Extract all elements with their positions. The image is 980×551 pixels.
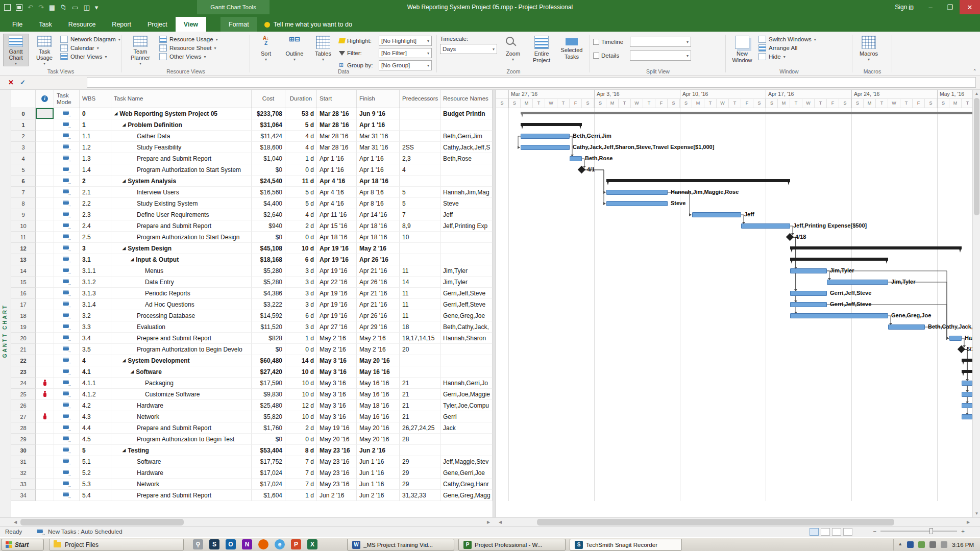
- indicator-cell[interactable]: [36, 434, 54, 445]
- milestone-marker[interactable]: [786, 233, 794, 241]
- vertical-scroll-thumb[interactable]: [974, 98, 979, 215]
- wbs-cell[interactable]: 4.1.1: [80, 378, 111, 389]
- task-mode-cell[interactable]: [54, 243, 80, 254]
- predecessors-cell[interactable]: 21: [400, 378, 440, 389]
- task-mode-cell[interactable]: [54, 422, 80, 434]
- indicator-cell[interactable]: [36, 333, 54, 344]
- zoom-button[interactable]: Zoom▾: [500, 34, 526, 66]
- selected-tasks-button[interactable]: Selected Tasks: [557, 34, 586, 66]
- gantt-hscrollbar[interactable]: ◀ ▶: [496, 518, 972, 527]
- row-number[interactable]: 17: [11, 299, 36, 310]
- volume-icon[interactable]: [941, 541, 947, 548]
- finish-cell[interactable]: Apr 18 '16: [357, 220, 400, 232]
- row-number[interactable]: 32: [11, 467, 36, 479]
- resource-names-cell[interactable]: [440, 164, 493, 176]
- row-number[interactable]: 3: [11, 142, 36, 153]
- gantt-bar[interactable]: [570, 156, 582, 161]
- duration-cell[interactable]: 3 d: [285, 321, 317, 333]
- resource-names-cell[interactable]: [440, 366, 493, 378]
- row-number[interactable]: 1: [11, 119, 36, 131]
- indicator-cell[interactable]: [36, 445, 54, 456]
- row-number[interactable]: 28: [11, 422, 36, 434]
- start-button[interactable]: Start: [1, 539, 44, 550]
- duration-cell[interactable]: 0 d: [285, 164, 317, 176]
- row-number[interactable]: 4: [11, 153, 36, 164]
- powerpoint-icon[interactable]: P: [291, 539, 301, 549]
- predecessors-cell[interactable]: 14: [400, 277, 440, 288]
- other-views-button[interactable]: Other Views▾: [60, 53, 120, 60]
- overallocated-icon[interactable]: [42, 391, 47, 397]
- column-header[interactable]: Cost: [252, 90, 285, 108]
- predecessors-cell[interactable]: 11: [400, 310, 440, 321]
- cost-cell[interactable]: $16,560: [252, 187, 285, 198]
- collapse-triangle-icon[interactable]: ◢: [122, 122, 126, 127]
- wbs-cell[interactable]: 3.1.2: [80, 277, 111, 288]
- duration-cell[interactable]: 5 d: [285, 119, 317, 131]
- cost-cell[interactable]: $17,024: [252, 479, 285, 490]
- task-name-cell[interactable]: ◢Input & Output: [111, 254, 252, 265]
- task-name-cell[interactable]: Prepare and Submit Report: [111, 422, 252, 434]
- wbs-cell[interactable]: 4.1.2: [80, 389, 111, 400]
- finish-cell[interactable]: May 18 '16: [357, 400, 400, 411]
- wbs-cell[interactable]: 5.3: [80, 479, 111, 490]
- task-mode-cell[interactable]: [54, 344, 80, 355]
- task-mode-cell[interactable]: [54, 445, 80, 456]
- resource-sheet-view-shortcut[interactable]: [843, 528, 852, 536]
- indicator-cell[interactable]: [36, 310, 54, 321]
- row-number[interactable]: 22: [11, 355, 36, 366]
- snagit-icon[interactable]: S: [209, 539, 219, 549]
- duration-cell[interactable]: 0 d: [285, 344, 317, 355]
- duration-cell[interactable]: 10 d: [285, 366, 317, 378]
- summary-bar[interactable]: [521, 123, 582, 126]
- wbs-cell[interactable]: 4.5: [80, 434, 111, 445]
- gantt-view-shortcut[interactable]: [810, 528, 819, 536]
- duration-cell[interactable]: 4 d: [285, 209, 317, 220]
- row-number[interactable]: 19: [11, 321, 36, 333]
- task-name-cell[interactable]: Program Authorization to Begin Develo: [111, 344, 252, 355]
- gantt-bar[interactable]: [962, 414, 972, 419]
- resource-names-cell[interactable]: Beth,Cathy,Jack,: [440, 321, 493, 333]
- task-mode-cell[interactable]: [54, 153, 80, 164]
- resource-names-cell[interactable]: Jeff,Maggie,Stev: [440, 456, 493, 467]
- task-mode-cell[interactable]: [54, 467, 80, 479]
- minimize-button[interactable]: –: [921, 0, 940, 14]
- scroll-left-icon[interactable]: ◀: [496, 518, 504, 527]
- wbs-cell[interactable]: 4.4: [80, 422, 111, 434]
- gantt-bar[interactable]: [692, 212, 741, 217]
- resource-names-cell[interactable]: Jack: [440, 422, 493, 434]
- predecessors-cell[interactable]: [400, 243, 440, 254]
- sort-button[interactable]: A↓Z Sort▾: [253, 34, 279, 66]
- wbs-cell[interactable]: 3.5: [80, 344, 111, 355]
- column-header[interactable]: Finish: [357, 90, 400, 108]
- task-name-cell[interactable]: Define User Requirements: [111, 209, 252, 220]
- task-mode-cell[interactable]: [54, 164, 80, 176]
- resource-names-cell[interactable]: Gerri,Jeff,Steve: [440, 299, 493, 310]
- indicator-cell[interactable]: [36, 142, 54, 153]
- task-name-cell[interactable]: Software: [111, 456, 252, 467]
- indicator-cell[interactable]: [36, 467, 54, 479]
- task-mode-cell[interactable]: [54, 310, 80, 321]
- tables-button[interactable]: Tables▾: [310, 34, 336, 66]
- finish-cell[interactable]: Apr 18 '16: [357, 232, 400, 243]
- indicator-cell[interactable]: [36, 209, 54, 220]
- excel-icon[interactable]: X: [307, 539, 317, 549]
- duration-cell[interactable]: 2 d: [285, 422, 317, 434]
- finish-cell[interactable]: Apr 18 '16: [357, 176, 400, 187]
- column-header[interactable]: WBS: [80, 90, 111, 108]
- cost-cell[interactable]: $940: [252, 220, 285, 232]
- task-name-cell[interactable]: Network: [111, 411, 252, 422]
- cost-cell[interactable]: $11,424: [252, 131, 285, 142]
- restore-button[interactable]: ❐: [940, 0, 960, 14]
- duration-cell[interactable]: 10 d: [285, 411, 317, 422]
- wbs-cell[interactable]: 5.4: [80, 490, 111, 501]
- tab-resource[interactable]: Resource: [60, 17, 104, 32]
- tab-task[interactable]: Task: [31, 17, 60, 32]
- column-header[interactable]: Task Name: [111, 90, 252, 108]
- start-cell[interactable]: Apr 22 '16: [317, 277, 357, 288]
- duration-cell[interactable]: 10 d: [285, 378, 317, 389]
- start-cell[interactable]: May 3 '16: [317, 355, 357, 366]
- task-mode-cell[interactable]: [54, 355, 80, 366]
- duration-cell[interactable]: 3 d: [285, 288, 317, 299]
- gantt-bar[interactable]: [521, 134, 570, 139]
- duration-cell[interactable]: 3 d: [285, 265, 317, 277]
